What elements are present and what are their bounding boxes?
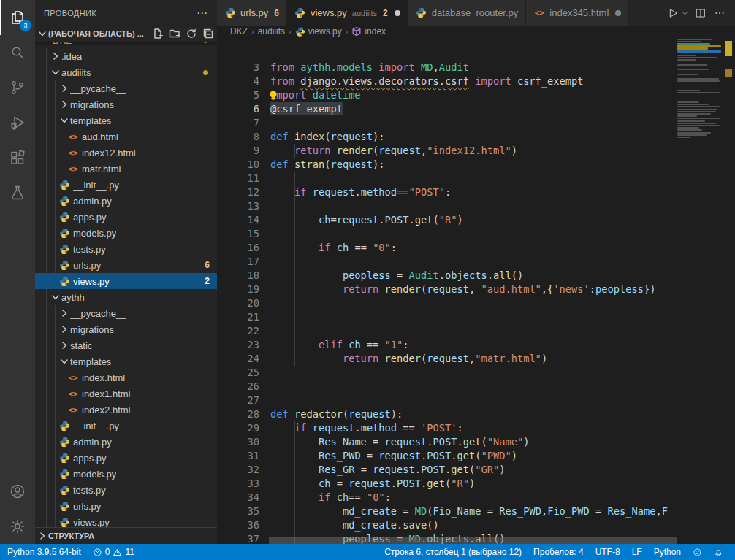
split-editor-icon[interactable] [693,5,709,21]
minimap[interactable] [676,37,722,544]
tree-item-apps.py[interactable]: apps.py [35,450,217,466]
outline-section-header[interactable]: СТРУКТУРА [35,527,217,544]
code-line-18: 18 peopless = Audit.objects.all() [217,269,676,283]
unsaved-dot[interactable] [395,10,400,16]
tab-label: urls.py [240,7,268,18]
unsaved-dot[interactable] [615,10,621,16]
interpreter-label: Python 3.9.5 64-bit [7,547,81,557]
tab-views.py[interactable]: views.pyaudiiits2 [287,0,408,26]
tree-item-__pycache__[interactable]: __pycache__ [35,305,217,321]
new-folder-icon[interactable] [169,28,180,39]
minimap-line [677,39,712,40]
testing-icon [9,184,26,202]
collapse-all-icon[interactable] [202,28,214,39]
python-file-icon [58,452,70,464]
refresh-icon[interactable] [186,28,197,39]
activity-search[interactable] [0,35,35,70]
code-editor[interactable]: 3from aythh.models import MD,Audit4from … [217,37,722,544]
tree-item-models.py[interactable]: models.py [35,225,217,241]
lightbulb-icon[interactable] [268,90,278,101]
code-line-35: 35 md_create = MD(Fio_Name = Res_PWD,Fio… [217,505,676,518]
explorer-title-row: ПРОВОДНИК ⋯ [35,0,217,26]
overview-ruler[interactable] [722,37,735,544]
activity-testing[interactable] [0,175,35,210]
breadcrumb-item-views.py[interactable]: views.py [295,26,342,37]
status-encoding[interactable]: UTF-8 [590,544,626,560]
tree-item-index1.html[interactable]: <>index1.html [35,386,217,402]
chevron-right-icon [58,83,70,94]
indent-guide [343,255,343,269]
tree-item-__init__.py[interactable]: __init__.py [35,177,217,193]
code-line-13: 13 [217,199,676,213]
minimap-line [677,132,711,134]
breadcrumb-item-audiiits[interactable]: audiiits [258,26,285,37]
tree-item-index2.html[interactable]: <>index2.html [35,402,217,418]
horizontal-scrollbar[interactable] [269,537,677,544]
minimap-line [677,47,708,50]
tree-item-migrations[interactable]: migrations [35,321,217,337]
tree-item-aud.html[interactable]: <>aud.html [35,129,217,145]
status-notifications[interactable] [708,544,729,560]
activity-settings-gear[interactable] [0,509,35,544]
tree-item-matr.html[interactable]: <>matr.html [35,161,217,177]
tree-item-tests.py[interactable]: tests.py [35,482,217,498]
status-indentation[interactable]: Пробелов: 4 [528,544,590,560]
tree-item-models.py[interactable]: models.py [35,466,217,482]
new-file-icon[interactable] [152,28,164,39]
tree-item-.idea[interactable]: .idea [35,48,217,64]
outline-label: СТРУКТУРА [48,532,94,540]
problems-status[interactable]: 0 11 [87,544,140,560]
chevron-right-icon [58,323,70,335]
tree-item-templates[interactable]: templates [35,112,217,129]
status-feedback[interactable] [687,544,708,560]
tree-item-label: migrations [70,324,114,335]
workspace-section-header[interactable]: (РАБОЧАЯ ОБЛАСТЬ) ... [35,26,217,42]
code-line-28: 28def redactor(request): [217,407,676,421]
tree-item-label: apps.py [73,453,107,464]
tree-item-index.html[interactable]: <>index.html [35,369,217,386]
more-actions-icon[interactable] [712,5,728,21]
status-cursor-position[interactable]: Строка 6, столбец 1 (выбрано 12) [378,544,528,560]
minimap-line [677,134,707,136]
activity-run-debug[interactable] [0,105,35,140]
code-line-11: 11 [217,172,676,185]
tree-item-audiiits[interactable]: audiiits [35,64,217,80]
tree-item-static[interactable]: static [35,337,217,353]
tree-item-migrations[interactable]: migrations [35,96,217,112]
tab-database_roouter.py[interactable]: database_roouter.py [408,0,527,26]
tree-item-urls.py[interactable]: urls.py6 [35,257,217,273]
breadcrumb-item-index[interactable]: index [351,26,386,37]
tree-item-index12.html[interactable]: <>index12.html [35,145,217,161]
tree-item-DKZ[interactable]: DKZ [35,42,217,48]
run-icon[interactable] [665,5,681,21]
activity-extensions[interactable] [0,140,35,175]
tab-urls.py[interactable]: urls.py6 [217,0,287,26]
tree-item-admin.py[interactable]: admin.py [35,434,217,450]
python-file-icon [58,179,70,191]
python-file-icon [58,211,70,223]
tab-index345.html[interactable]: <>index345.html [526,0,629,26]
breadcrumb-item-DKZ[interactable]: DKZ [230,26,248,37]
tree-item-label: models.py [73,228,116,239]
tree-item-views.py[interactable]: views.py2 [35,273,217,289]
tree-item-tests.py[interactable]: tests.py [35,241,217,257]
tree-item-admin.py[interactable]: admin.py [35,193,217,209]
tree-item-apps.py[interactable]: apps.py [35,209,217,225]
python-interpreter-status[interactable]: Python 3.9.5 64-bit [0,544,87,560]
run-dropdown-icon[interactable] [679,5,690,21]
tree-item-__pycache__[interactable]: __pycache__ [35,80,217,96]
status-eol[interactable]: LF [626,544,648,560]
tree-item-aythh[interactable]: aythh [35,289,217,305]
activity-source-control[interactable] [0,70,35,105]
tree-item-templates[interactable]: templates [35,353,217,369]
tree-item-__init__.py[interactable]: __init__.py [35,418,217,434]
activity-account[interactable] [0,474,35,509]
tree-item-views.py[interactable]: views.py [35,514,217,527]
activity-files[interactable]: 3 [0,0,35,35]
code-line-19: 19 return render(request, "aud.html",{'n… [217,283,676,296]
tree-item-urls.py[interactable]: urls.py [35,498,217,514]
code-line-7: 7 [217,116,676,130]
status-language-mode[interactable]: Python [648,544,687,560]
explorer-more-actions-icon[interactable]: ⋯ [197,7,208,20]
python-file-icon [58,195,70,207]
